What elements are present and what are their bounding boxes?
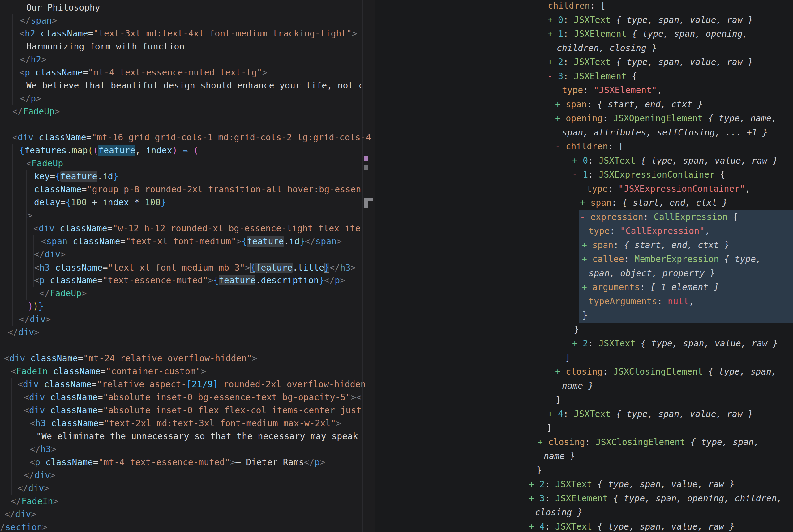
code-line[interactable]: <FadeIn className="container-custom"> [0,365,375,378]
expand-node-icon[interactable]: + [529,493,539,504]
code-line[interactable]: className="group p-8 rounded-2xl transit… [0,183,375,196]
ast-row[interactable]: closing } [375,506,793,520]
ast-row[interactable]: type: "CallExpression", [375,224,793,238]
ast-row[interactable]: typeArguments: null, [375,294,793,309]
collapse-node-icon[interactable]: - [547,71,558,81]
ast-row[interactable]: name } [375,379,793,393]
expand-node-icon[interactable]: + [555,366,566,377]
collapse-node-icon[interactable]: - [537,1,548,11]
ast-row[interactable]: - 1: JSXExpressionContainer { [375,168,793,182]
ast-row[interactable]: type: "JSXExpressionContainer", [375,182,793,196]
code-line[interactable]: <p className="mt-4 text-essence-muted te… [0,66,375,79]
code-line[interactable]: </h2> [0,53,375,66]
code-line[interactable]: </div> [0,508,375,521]
ast-row[interactable]: - expression: CallExpression { [375,210,793,224]
expand-node-icon[interactable]: + [582,254,592,264]
ast-row[interactable]: children, closing } [375,41,793,55]
code-line[interactable]: <div className="w-12 h-12 rounded-xl bg-… [0,222,375,235]
ast-row[interactable]: span, attributes, selfClosing, ... +1 } [375,126,793,140]
ast-row[interactable]: + span: { start, end, ctxt } [375,238,793,252]
ast-row[interactable]: } [375,308,793,323]
ast-row[interactable]: + closing: JSXClosingElement { type, spa… [375,365,793,379]
ast-row[interactable]: + span: { start, end, ctxt } [375,97,793,112]
expand-node-icon[interactable]: + [529,521,539,532]
code-line[interactable]: <span className="text-xl font-medium">{f… [0,235,375,248]
ast-row[interactable]: + opening: JSXOpeningElement { type, nam… [375,111,793,126]
collapse-node-icon[interactable]: - [555,141,566,152]
code-line[interactable]: <div className="mt-16 grid grid-cols-1 m… [0,131,375,144]
expand-node-icon[interactable]: + [547,29,558,39]
ast-row[interactable]: + 2: JSXText { type, span, value, raw } [375,55,793,69]
code-line[interactable]: We believe that beautiful design should … [0,79,375,92]
code-line[interactable]: Harmonizing form with function [0,40,375,53]
expand-node-icon[interactable]: + [580,198,591,208]
code-line[interactable]: </div> [0,326,375,339]
scrollbar-decoration[interactable] [364,198,373,201]
code-line[interactable]: key={feature.id} [0,170,375,183]
code-editor[interactable]: Our Philosophy</span><h2 className="text… [0,0,375,532]
ast-row[interactable]: + 0: JSXText { type, span, value, raw } [375,13,793,27]
ast-row[interactable]: type: "JSXElement", [375,83,793,97]
ast-row[interactable]: ] [375,351,793,365]
expand-node-icon[interactable]: + [582,240,592,250]
panel-splitter[interactable] [375,0,375,532]
code-line[interactable]: </h3> [0,443,375,456]
ast-row[interactable]: + closing: JSXClosingElement { type, spa… [375,435,793,450]
scrollbar-decoration[interactable] [364,201,368,208]
ast-row[interactable]: + 4: JSXText { type, span, value, raw } [375,407,793,421]
code-line[interactable]: </FadeUp> [0,287,375,300]
code-line[interactable]: <div className="relative aspect-[21/9] r… [0,378,375,391]
scrollbar-decoration[interactable] [364,166,368,170]
ast-tree-panel[interactable]: - children: [+ 0: JSXText { type, span, … [375,0,793,532]
ast-row[interactable]: + callee: MemberExpression { type, [375,252,793,266]
code-line[interactable]: <h2 className="text-3xl md:text-4xl font… [0,27,375,40]
expand-node-icon[interactable]: + [555,113,566,124]
ast-row[interactable]: } [375,463,793,478]
ast-row[interactable]: + 0: JSXText { type, span, value, raw } [375,154,793,168]
ast-row[interactable]: span, object, property } [375,266,793,281]
code-line[interactable]: </div> [0,469,375,482]
collapse-node-icon[interactable]: - [572,170,583,180]
expand-node-icon[interactable]: + [572,156,583,166]
code-line[interactable]: </FadeIn> [0,495,375,508]
ast-row[interactable]: + 1: JSXElement { type, span, opening, [375,27,793,41]
code-line[interactable]: ))} [0,300,375,313]
code-line[interactable]: </span> [0,14,375,27]
code-line[interactable]: delay={100 + index * 100} [0,196,375,209]
ast-row[interactable]: ] [375,421,793,435]
ast-row[interactable]: - children: [ [375,0,793,13]
code-line[interactable]: <div className="absolute inset-0 flex fl… [0,404,375,417]
code-line[interactable]: /section> [0,521,375,532]
ast-row[interactable]: + 2: JSXText { type, span, value, raw } [375,477,793,492]
code-line[interactable]: <p className="mt-4 text-essence-muted">–… [0,456,375,469]
code-line[interactable]: Our Philosophy [0,1,375,14]
code-line[interactable]: <p className="text-essence-muted">{featu… [0,274,375,287]
ast-row[interactable]: - 3: JSXElement { [375,69,793,83]
ast-row[interactable]: + arguments: [ 1 element ] [375,280,793,294]
code-line[interactable]: </div> [0,482,375,495]
code-line[interactable]: </div> [0,313,375,326]
scrollbar-decoration[interactable] [364,156,368,161]
ast-row[interactable]: } [375,393,793,407]
code-line[interactable]: <div className="absolute inset-0 bg-esse… [0,391,375,404]
code-line[interactable]: </FadeUp> [0,105,375,118]
code-line[interactable]: <FadeUp [0,157,375,170]
ast-row[interactable]: + 2: JSXText { type, span, value, raw } [375,337,793,351]
expand-node-icon[interactable]: + [582,282,592,292]
code-line[interactable]: <div className="mt-24 relative overflow-… [0,352,375,365]
code-line-current[interactable]: <h3 className="text-xl font-medium mb-3"… [0,261,375,274]
expand-node-icon[interactable]: + [538,437,548,447]
code-line[interactable]: "We eliminate the unnecessary so that th… [0,430,375,443]
ast-row[interactable]: + 4: JSXText { type, span, value, raw } [375,520,793,532]
expand-node-icon[interactable]: + [547,15,558,25]
expand-node-icon[interactable]: + [547,409,558,419]
ast-row[interactable]: } [375,323,793,337]
ast-row[interactable]: + 3: JSXElement { type, span, opening, c… [375,492,793,506]
expand-node-icon[interactable]: + [529,479,539,489]
code-line[interactable]: </p> [0,92,375,105]
code-line[interactable]: </div> [0,248,375,261]
ast-row[interactable]: - children: [ [375,139,793,154]
code-line[interactable]: > [0,209,375,222]
collapse-node-icon[interactable]: - [580,212,591,222]
ast-row[interactable]: + span: { start, end, ctxt } [375,196,793,210]
